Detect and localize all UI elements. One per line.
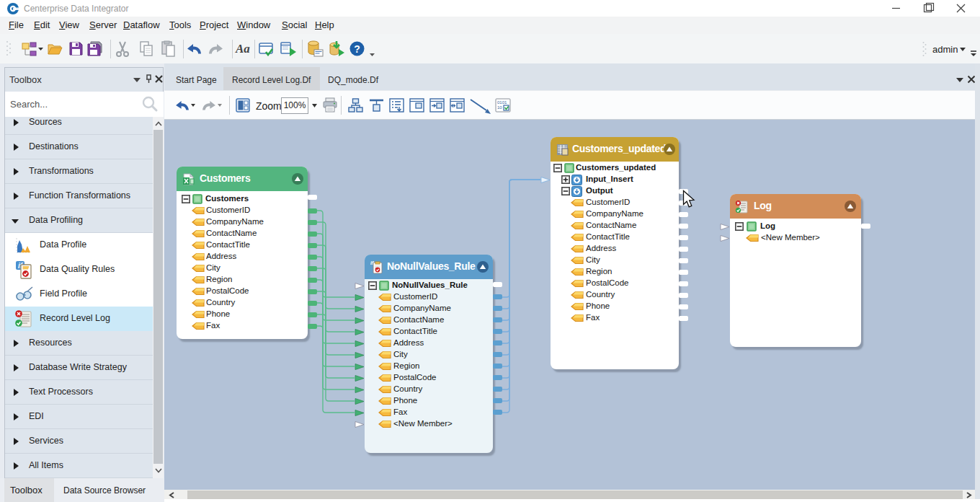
svg-text:?: ? <box>354 43 360 55</box>
svg-text:10: 10 <box>497 105 502 110</box>
svg-text:0101: 0101 <box>497 100 507 105</box>
